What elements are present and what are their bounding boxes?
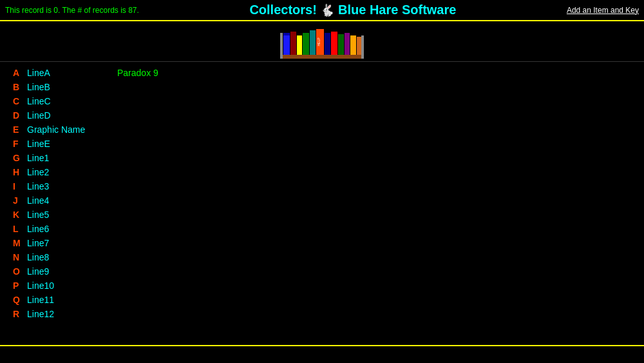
table-row: FLineE (13, 138, 631, 152)
field-letter: P (13, 280, 27, 291)
table-row: NLine8 (13, 251, 631, 266)
field-name: LineC (27, 96, 117, 106)
table-row: QLine11 (13, 294, 631, 308)
field-letter: A (13, 68, 27, 78)
svg-rect-6 (310, 30, 316, 55)
fields-list: ALineAParadox 9BLineBCLineCDLineDEGraphi… (13, 67, 631, 322)
field-letter: H (13, 167, 27, 177)
field-letter: Q (13, 295, 27, 305)
table-row: PLine10 (13, 280, 631, 294)
field-name: LineB (27, 82, 117, 92)
bookshelf-area: HELP (0, 21, 644, 62)
table-row: MLine7 (13, 237, 631, 251)
main-content: ALineAParadox 9BLineBCLineCDLineDEGraphi… (0, 62, 644, 328)
top-bar: This record is 0. The # of records is 87… (0, 0, 644, 21)
svg-rect-0 (280, 55, 364, 59)
svg-rect-13 (350, 35, 356, 55)
field-name: LineD (27, 110, 117, 121)
table-row: LLine6 (13, 223, 631, 237)
field-letter: O (13, 266, 27, 277)
app-title-area: Collectors! 🐇 Blue Hare Software (249, 3, 456, 17)
svg-rect-5 (303, 33, 309, 55)
svg-text:HELP: HELP (317, 37, 321, 46)
field-name: Line2 (27, 167, 117, 177)
field-name: Line6 (27, 224, 117, 234)
field-letter: N (13, 252, 27, 262)
svg-rect-15 (280, 33, 283, 59)
table-row: ILine3 (13, 181, 631, 195)
table-row: EGraphic Name (13, 124, 631, 138)
table-row: CLineC (13, 95, 631, 110)
table-row: HLine2 (13, 166, 631, 181)
field-name: LineA (27, 68, 117, 78)
field-letter: I (13, 181, 27, 191)
field-name: Line4 (27, 195, 117, 206)
table-row: ALineAParadox 9 (13, 67, 631, 81)
svg-rect-2 (283, 33, 290, 35)
svg-rect-16 (361, 35, 364, 59)
collectors-label: Collectors! (249, 3, 316, 17)
field-letter: J (13, 195, 27, 206)
field-name: Line11 (27, 295, 117, 305)
field-letter: C (13, 96, 27, 106)
company-label: Blue Hare Software (338, 3, 456, 17)
field-name: Line3 (27, 181, 117, 191)
svg-rect-3 (290, 32, 296, 55)
field-value: Paradox 9 (117, 68, 158, 78)
rabbit-icon: 🐇 (320, 4, 334, 17)
field-name: Line10 (27, 280, 117, 291)
table-row: KLine5 (13, 209, 631, 223)
table-row: RLine12 (13, 308, 631, 322)
field-name: Line9 (27, 266, 117, 277)
field-letter: K (13, 210, 27, 220)
field-letter: R (13, 309, 27, 319)
svg-rect-9 (325, 33, 330, 55)
field-name: LineE (27, 139, 117, 149)
field-name: Line1 (27, 153, 117, 163)
field-letter: B (13, 82, 27, 92)
table-row: DLineD (13, 110, 631, 124)
bookshelf-icon: HELP (280, 26, 364, 59)
table-row: BLineB (13, 81, 631, 95)
bottom-bar (0, 345, 644, 363)
svg-rect-12 (345, 33, 350, 55)
field-name: Line12 (27, 309, 117, 319)
table-row: GLine1 (13, 152, 631, 166)
field-name: Line5 (27, 210, 117, 220)
action-label[interactable]: Add an Item and Key (567, 6, 639, 15)
field-letter: D (13, 110, 27, 121)
field-letter: E (13, 124, 27, 135)
field-name: Line7 (27, 238, 117, 248)
svg-rect-10 (331, 32, 337, 55)
app-title: Collectors! 🐇 Blue Hare Software (249, 3, 456, 17)
field-name: Line8 (27, 252, 117, 262)
table-row: JLine4 (13, 195, 631, 209)
svg-rect-14 (357, 37, 362, 55)
field-letter: M (13, 238, 27, 248)
svg-rect-4 (297, 35, 302, 55)
field-name: Graphic Name (27, 124, 117, 135)
field-letter: F (13, 139, 27, 149)
field-letter: L (13, 224, 27, 234)
svg-rect-11 (338, 34, 344, 55)
field-letter: G (13, 153, 27, 163)
table-row: OLine9 (13, 266, 631, 280)
svg-rect-1 (283, 34, 290, 55)
status-text: This record is 0. The # of records is 87… (5, 6, 139, 15)
